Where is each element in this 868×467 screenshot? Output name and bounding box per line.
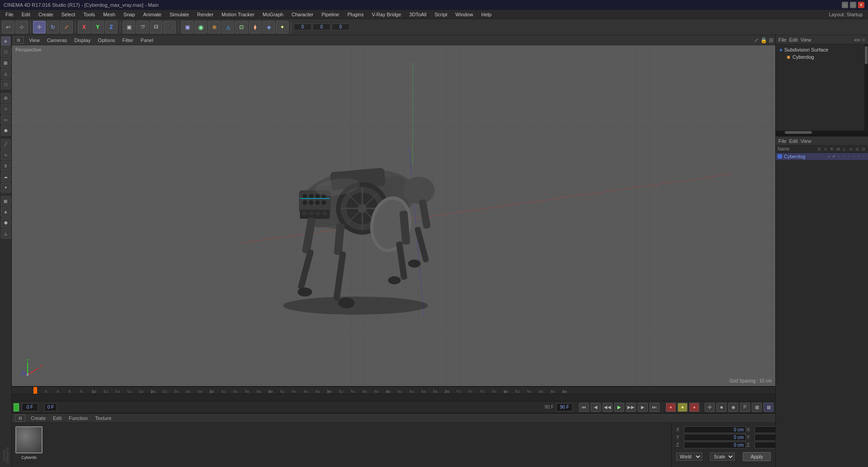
brush-tool-button[interactable]: $ [1, 161, 11, 171]
flag-icon-5[interactable]: ○ [847, 154, 851, 159]
line-tool-button[interactable]: ╱ [1, 139, 11, 149]
magnet-button[interactable]: ☁ [1, 172, 11, 182]
viewport-menu-view[interactable]: View [27, 37, 42, 44]
lower-edit-menu[interactable]: Edit [789, 138, 798, 144]
z-pos-input[interactable] [684, 442, 746, 448]
texture-mode-button[interactable]: ⬡ [1, 47, 11, 57]
go-to-start-button[interactable]: ⏮ [579, 403, 589, 412]
x-rot-input[interactable] [754, 426, 775, 433]
menu-character[interactable]: Character [288, 11, 317, 18]
weight-button[interactable]: ⬢ [1, 218, 11, 228]
step-back-button[interactable]: ◀ [591, 403, 601, 412]
menu-plugins[interactable]: Plugins [344, 11, 367, 18]
x-pos-input[interactable] [684, 426, 746, 433]
bottom-panel-handle[interactable]: ⊟ [15, 415, 25, 422]
flag-icon-3[interactable]: ○ [837, 154, 841, 159]
render-view-button[interactable]: ▣ [123, 21, 135, 33]
step-forward-button[interactable]: ▶ [638, 403, 648, 412]
record-button[interactable]: ● [666, 403, 676, 412]
flag-icon-4[interactable]: ○ [842, 154, 846, 159]
play-button[interactable]: ▶ [614, 403, 624, 412]
scale-select[interactable]: Scale [710, 453, 735, 461]
power-button[interactable]: P [740, 403, 750, 412]
menu-3dtoall[interactable]: 3DToAll [406, 11, 430, 18]
undo-button[interactable]: ↩ [2, 21, 14, 33]
light-button[interactable]: ✦ [276, 21, 289, 33]
rotate-tool-button[interactable]: ↻ [47, 21, 59, 33]
axis-z-button[interactable]: Z [105, 21, 118, 33]
obj-item-cyberdog[interactable]: ▣ Cyberdog [778, 53, 866, 61]
paint-mode-button[interactable]: ▦ [1, 58, 11, 68]
axis-x-button[interactable]: X [78, 21, 90, 33]
record-active-button[interactable]: ● [689, 403, 699, 412]
create-menu[interactable]: Create [29, 415, 47, 421]
minimize-button[interactable]: ─ [842, 2, 848, 8]
menu-select[interactable]: Select [58, 11, 79, 18]
flag-icon-6[interactable]: ○ [852, 154, 856, 159]
y-rot-input[interactable] [754, 434, 775, 441]
lower-file-menu[interactable]: File [778, 138, 787, 144]
obj-item-subdivision[interactable]: ◈ Subdivision Surface [778, 46, 866, 53]
play-forward-button[interactable]: ▶▶ [626, 403, 636, 412]
nurbs-button[interactable]: ⊡ [235, 21, 248, 33]
spline-button[interactable]: ◬ [222, 21, 234, 33]
y-pos-input[interactable] [684, 434, 746, 441]
current-frame-input[interactable] [22, 403, 38, 411]
close-button[interactable]: ✕ [858, 2, 864, 8]
scale-mode-select[interactable]: World Local Object [676, 453, 702, 461]
texture-menu[interactable]: Texture [93, 415, 113, 421]
render-frame-button[interactable]: 🎞 [150, 21, 162, 33]
apply-button[interactable]: Apply [743, 452, 771, 461]
obj-manager-icon-1[interactable]: ◀ [854, 38, 857, 42]
obj-cyberdog-row[interactable]: Cyberdog ○ ✓ ○ ○ ○ ○ ○ ○ [776, 153, 868, 160]
edit-menu[interactable]: Edit [51, 415, 63, 421]
keyframe-button[interactable]: ■ [716, 403, 726, 412]
viewport-menu-cameras[interactable]: Cameras [45, 37, 69, 44]
viewport-menu-display[interactable]: Display [72, 37, 92, 44]
lower-view-menu[interactable]: View [801, 138, 811, 144]
menu-pipeline[interactable]: Pipeline [318, 11, 343, 18]
menu-render[interactable]: Render [194, 11, 217, 18]
menu-window[interactable]: Window [452, 11, 477, 18]
timeline-button[interactable]: ◉ [728, 403, 738, 412]
menu-simulate[interactable]: Simulate [166, 11, 193, 18]
menu-script[interactable]: Script [431, 11, 451, 18]
flag-icon-1[interactable]: ○ [827, 154, 831, 159]
viewport-menu-filter[interactable]: Filter [120, 37, 135, 44]
cube-button[interactable]: ▣ [181, 21, 194, 33]
all-keys-button[interactable]: ▦ [764, 403, 773, 412]
spline-tool-button[interactable]: ∿ [1, 150, 11, 160]
flag-icon-7[interactable]: ○ [857, 154, 861, 159]
viewport-menu-panel[interactable]: Panel [139, 37, 155, 44]
menu-snap[interactable]: Snap [120, 11, 139, 18]
render-picture-viewer-button[interactable]: ⬛ [163, 21, 176, 33]
flag-icon-2[interactable]: ✓ [832, 154, 836, 159]
camera-button[interactable]: ◈ [262, 21, 275, 33]
max-frame-input[interactable] [556, 403, 573, 411]
obj-view-menu[interactable]: View [801, 37, 811, 42]
function-menu[interactable]: Function [67, 415, 90, 421]
viewport-lock-icon[interactable]: 🔒 [760, 37, 767, 43]
null-button[interactable]: ⊕ [208, 21, 221, 33]
menu-vray-bridge[interactable]: V-Ray Bridge [368, 11, 405, 18]
rect-select-button[interactable]: ▭ [1, 115, 11, 125]
render-region-button[interactable]: 🎬 [136, 21, 149, 33]
viewport-maximize-icon[interactable]: ⤢ [754, 37, 759, 43]
obj-manager-scrollbar[interactable] [864, 44, 868, 131]
obj-manager-h-scrollbar[interactable] [776, 131, 868, 134]
auto-key-button[interactable]: ● [678, 403, 688, 412]
viewport-sync-icon[interactable]: ⊞ [769, 37, 773, 43]
keyframe-track-area[interactable] [12, 394, 775, 401]
frame-position-input[interactable] [44, 403, 57, 411]
menu-mesh[interactable]: Mesh [100, 11, 119, 18]
model-mode-button[interactable]: ◈ [1, 36, 11, 46]
viewport-menu-options[interactable]: Options [96, 37, 117, 44]
select-all-button[interactable]: ⊞ [1, 93, 11, 103]
obj-manager-icon-2[interactable]: ▶ [858, 38, 861, 42]
sculpt-mode-button[interactable]: ◬ [1, 69, 11, 79]
move-tool-button[interactable]: ✛ [33, 21, 46, 33]
flag-icon-8[interactable]: ○ [862, 154, 866, 159]
sphere-button[interactable]: ◉ [194, 21, 207, 33]
scale-tool-button[interactable]: ⤢ [60, 21, 73, 33]
3d-viewport[interactable]: Perspective [12, 45, 775, 386]
